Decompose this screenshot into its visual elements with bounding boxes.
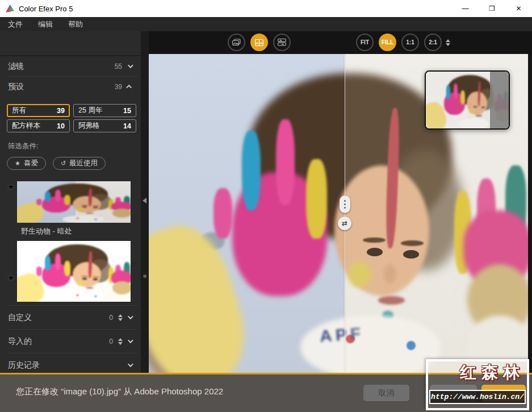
category-recipes-button[interactable]: 配方样本 10 <box>7 119 70 132</box>
imported-count: 0 <box>109 338 113 346</box>
category-afuge-button[interactable]: 阿弗格 14 <box>73 119 136 132</box>
scrollbar-thumb[interactable] <box>143 274 146 278</box>
category-count: 39 <box>57 107 65 115</box>
window-title: Color Efex Pro 5 <box>19 5 73 13</box>
app-logo-icon <box>6 5 14 13</box>
custom-section-header[interactable]: 自定义 0 <box>0 306 141 329</box>
stacked-preview-icon <box>278 38 286 47</box>
view-mode-group <box>228 34 291 51</box>
chevron-down-icon <box>128 361 133 367</box>
category-label: 阿弗格 <box>78 121 100 131</box>
zoom-stepper-icon[interactable] <box>446 39 450 46</box>
image-canvas[interactable]: APF ⇄ <box>149 54 528 373</box>
category-label: 25 周年 <box>78 106 102 115</box>
watermark-url: http://www.hoslin.cn/ <box>429 390 526 404</box>
editing-status-text: 您正在修改 “image (10).jpg” 从 Adobe Photoshop… <box>16 386 223 397</box>
chevron-down-icon <box>128 314 133 319</box>
recent-label: 最近使用 <box>69 159 98 168</box>
cancel-button[interactable]: 取消 <box>363 385 409 401</box>
category-label: 配方样本 <box>12 121 40 131</box>
preset-thumbnail[interactable] <box>17 241 131 302</box>
favorite-star-icon[interactable]: ★ <box>7 272 15 283</box>
imported-section-header[interactable]: 导入的 0 <box>0 330 141 353</box>
watermark-title: 红森林 <box>460 361 525 384</box>
sidebar-header-spacer <box>0 31 141 56</box>
filter-by-label: 筛选条件: <box>0 135 141 153</box>
zoom-group: FIT FILL 1:1 2:1 <box>356 34 450 51</box>
side-by-side-view-button[interactable] <box>273 34 291 51</box>
maximize-button[interactable]: ❒ <box>479 0 505 17</box>
single-view-button[interactable] <box>228 34 245 51</box>
star-icon: ★ <box>15 160 20 167</box>
chevron-down-icon <box>128 63 133 68</box>
category-count: 15 <box>123 107 131 115</box>
zoom-1to1-button[interactable]: 1:1 <box>401 34 419 51</box>
zoom-fit-button[interactable]: FIT <box>356 34 374 51</box>
preset-thumbnail[interactable] <box>17 181 131 223</box>
stepper-icon[interactable] <box>118 314 123 321</box>
category-25th-button[interactable]: 25 周年 15 <box>73 104 136 117</box>
filter-pills: ★ 喜爱 ↺ 最近使用 <box>0 153 141 174</box>
favorite-star-icon[interactable]: ★ <box>7 181 15 192</box>
menu-edit[interactable]: 编辑 <box>38 19 53 30</box>
imported-label: 导入的 <box>8 336 32 347</box>
preset-item[interactable]: ★ <box>0 181 141 234</box>
zoom-fill-button[interactable]: FILL <box>379 34 396 51</box>
preset-name: 野生动物 - 暗处 <box>21 223 141 234</box>
presets-section-header[interactable]: 预设 39 <box>0 77 141 97</box>
preset-category-grid: 所有 39 25 周年 15 配方样本 10 阿弗格 14 <box>0 97 141 135</box>
presets-count: 39 <box>115 83 122 91</box>
menu-help[interactable]: 帮助 <box>68 19 83 30</box>
presets-label: 预设 <box>8 82 24 92</box>
preview-toolbar: FIT FILL 1:1 2:1 <box>149 31 532 54</box>
color-efex-window: Color Efex Pro 5 — ❒ ✕ 文件 编辑 帮助 滤镜 55 预设… <box>0 0 532 412</box>
filters-count: 55 <box>115 63 122 70</box>
title-bar: Color Efex Pro 5 — ❒ ✕ <box>0 0 532 17</box>
history-icon: ↺ <box>61 160 66 167</box>
recent-filter-button[interactable]: ↺ 最近使用 <box>53 157 106 170</box>
split-drag-handle[interactable] <box>340 195 350 213</box>
category-all-button[interactable]: 所有 39 <box>7 104 70 117</box>
category-count: 10 <box>57 122 65 130</box>
filters-section-header[interactable]: 滤镜 55 <box>0 56 141 76</box>
history-section-header[interactable]: 历史记录 <box>0 353 141 373</box>
stepper-icon[interactable] <box>118 338 123 345</box>
main-layout: 滤镜 55 预设 39 所有 39 25 周年 15 <box>0 31 532 373</box>
favorites-label: 喜爱 <box>24 159 38 168</box>
split-preview-icon <box>255 39 263 47</box>
sidebar: 滤镜 55 预设 39 所有 39 25 周年 15 <box>0 31 141 373</box>
custom-label: 自定义 <box>8 313 32 323</box>
minimize-button[interactable]: — <box>452 0 479 17</box>
collapse-sidebar-icon[interactable] <box>143 198 146 203</box>
menu-file[interactable]: 文件 <box>8 19 23 30</box>
before-after-split-line[interactable] <box>345 54 345 373</box>
split-view-button[interactable] <box>250 34 268 51</box>
favorites-filter-button[interactable]: ★ 喜爱 <box>7 157 46 170</box>
filters-label: 滤镜 <box>8 61 24 72</box>
main-area: FIT FILL 1:1 2:1 <box>149 31 532 373</box>
chevron-down-icon <box>128 338 133 343</box>
navigator-panel[interactable] <box>425 70 510 130</box>
watermark-overlay: 红森林 http://www.hoslin.cn/ <box>426 359 529 410</box>
window-controls: — ❒ ✕ <box>452 0 532 17</box>
category-label: 所有 <box>12 106 26 115</box>
swap-before-after-button[interactable]: ⇄ <box>338 217 351 230</box>
preset-item[interactable]: ★ <box>0 241 141 302</box>
menu-bar: 文件 编辑 帮助 <box>0 17 532 31</box>
single-image-icon <box>232 38 241 47</box>
close-button[interactable]: ✕ <box>505 0 532 17</box>
zoom-2to1-button[interactable]: 2:1 <box>424 34 442 51</box>
navigator-offscreen-region <box>490 72 509 128</box>
sidebar-rail <box>141 31 149 373</box>
category-count: 14 <box>123 122 131 130</box>
chevron-up-icon <box>126 85 132 90</box>
history-label: 历史记录 <box>8 360 40 371</box>
custom-count: 0 <box>109 314 113 322</box>
